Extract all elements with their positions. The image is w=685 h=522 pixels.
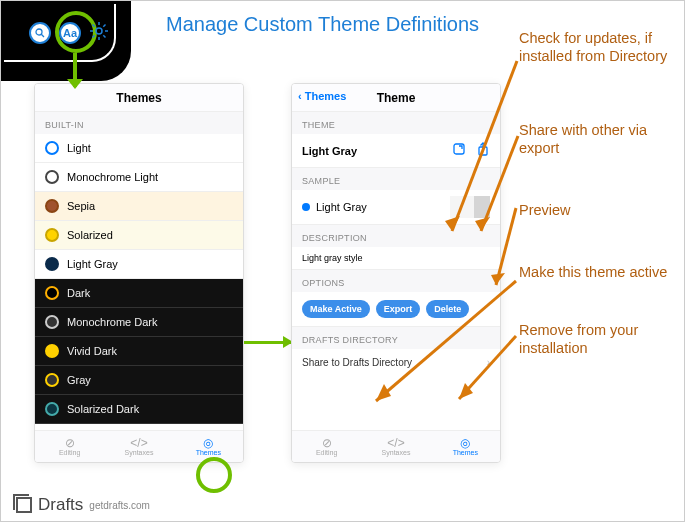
svg-line-7 [93,25,95,27]
section-directory: DRAFTS DIRECTORY [292,327,500,349]
section-options: OPTIONS [292,270,500,292]
theme-name-row: Light Gray [292,134,500,168]
annot-remove: Remove from your installation [519,321,684,357]
annot-preview: Preview [519,201,571,219]
brand-name: Drafts [38,495,83,515]
theme-label: Gray [67,374,91,386]
annot-updates: Check for updates, if installed from Dir… [519,29,684,65]
options-row: Make Active Export Delete [292,292,500,327]
phone-themes-list: Themes BUILT-IN LightMonochrome LightSep… [34,83,244,463]
phone-footer-detail: ⊘Editing </>Syntaxes ◎Themes [292,430,500,462]
page-title: Manage Custom Theme Definitions [166,13,479,36]
make-active-button[interactable]: Make Active [302,300,370,318]
theme-row[interactable]: Dark [35,279,243,308]
theme-row[interactable]: Sepia [35,192,243,221]
annot-share: Share with other via export [519,121,684,157]
svg-line-1 [41,34,44,37]
tab-syntaxes[interactable]: </>Syntaxes [104,431,173,462]
settings-gear-icon[interactable] [89,21,109,45]
theme-label: Monochrome Dark [67,316,157,328]
tab-editing[interactable]: ⊘Editing [35,431,104,462]
sample-name: Light Gray [316,201,367,213]
theme-label: Vivid Dark [67,345,117,357]
svg-line-9 [93,35,95,37]
theme-swatch-icon [45,373,59,387]
description-text: Light gray style [292,247,500,270]
section-builtin: BUILT-IN [35,112,243,134]
delete-button[interactable]: Delete [426,300,469,318]
share-icon[interactable] [476,142,490,159]
theme-row[interactable]: Solarized Dark [35,395,243,424]
theme-row[interactable]: Vivid Dark [35,337,243,366]
theme-row[interactable]: Light [35,134,243,163]
brand-footer: Drafts getdrafts.com [16,495,150,515]
header-title: Theme [377,91,416,105]
brand-icon [16,497,32,513]
tab-editing[interactable]: ⊘Editing [292,431,361,462]
radio-dot-icon [302,203,310,211]
theme-label: Light Gray [67,258,118,270]
search-icon[interactable] [29,22,51,44]
svg-point-2 [96,28,102,34]
phone-theme-detail: ‹ Themes Theme THEME Light Gray SAMPLE L… [291,83,501,463]
theme-swatch-icon [45,344,59,358]
theme-row[interactable]: Monochrome Dark [35,308,243,337]
tab-syntaxes[interactable]: </>Syntaxes [361,431,430,462]
brand-url: getdrafts.com [89,500,150,511]
green-arrow-link [244,341,291,344]
theme-label: Light [67,142,91,154]
back-button[interactable]: ‹ Themes [298,90,346,102]
appearance-icon[interactable]: Aa [59,22,81,44]
sample-preview [450,196,490,218]
theme-label: Monochrome Light [67,171,158,183]
theme-swatch-icon [45,402,59,416]
theme-name: Light Gray [302,145,357,157]
theme-row[interactable]: Solarized [35,221,243,250]
header-title: Themes [116,91,161,105]
theme-swatch-icon [45,141,59,155]
theme-swatch-icon [45,199,59,213]
chevron-right-icon: › [487,357,490,368]
sample-row[interactable]: Light Gray [292,190,500,225]
theme-row[interactable]: Monochrome Light [35,163,243,192]
theme-row[interactable]: Gray [35,366,243,395]
theme-swatch-icon [45,315,59,329]
theme-swatch-icon [45,286,59,300]
svg-line-10 [103,25,105,27]
share-directory-row[interactable]: Share to Drafts Directory › [292,349,500,376]
theme-label: Dark [67,287,90,299]
highlight-arrow [73,53,77,87]
svg-point-0 [36,29,42,35]
tab-themes[interactable]: ◎Themes [431,431,500,462]
theme-row[interactable]: Light Gray [35,250,243,279]
theme-swatch-icon [45,257,59,271]
svg-line-8 [103,35,105,37]
refresh-icon[interactable] [452,142,466,159]
highlight-themes-tab [196,457,232,493]
phone-header-detail: ‹ Themes Theme [292,84,500,112]
theme-swatch-icon [45,170,59,184]
theme-label: Solarized Dark [67,403,139,415]
section-theme: THEME [292,112,500,134]
theme-label: Solarized [67,229,113,241]
theme-swatch-icon [45,228,59,242]
annot-make-active: Make this theme active [519,263,667,281]
theme-label: Sepia [67,200,95,212]
export-button[interactable]: Export [376,300,421,318]
section-sample: SAMPLE [292,168,500,190]
section-desc: DESCRIPTION [292,225,500,247]
